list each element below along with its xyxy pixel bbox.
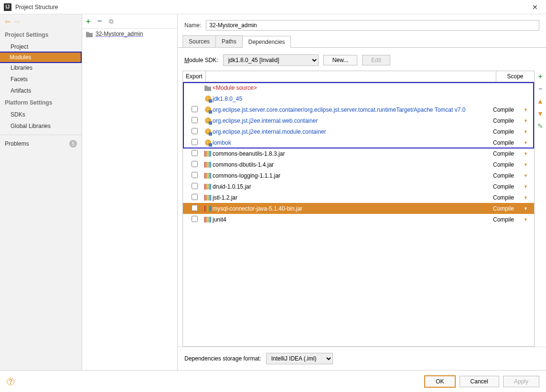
- dependency-row[interactable]: commons-dbutils-1.4.jarCompile▼: [183, 159, 534, 170]
- problems-label: Problems: [5, 140, 29, 147]
- move-up-icon[interactable]: ▲: [537, 97, 544, 105]
- scope-dropdown-icon[interactable]: ▼: [524, 162, 531, 167]
- dependency-row[interactable]: org.eclipse.jst.j2ee.internal.module.con…: [183, 126, 534, 137]
- scope-dropdown-icon[interactable]: ▼: [524, 184, 531, 189]
- export-cell: [186, 216, 203, 223]
- storage-select[interactable]: IntelliJ IDEA (.iml): [266, 353, 333, 364]
- scope-cell[interactable]: Compile: [491, 106, 524, 113]
- scope-dropdown-icon[interactable]: ▼: [524, 129, 531, 134]
- sidebar-item-modules[interactable]: Modules: [0, 52, 82, 63]
- dependency-row[interactable]: mysql-connector-java-5.1.40-bin.jarCompi…: [183, 203, 534, 214]
- export-checkbox[interactable]: [192, 139, 198, 145]
- remove-module-icon[interactable]: −: [97, 16, 102, 26]
- sdk-select[interactable]: jdk1.8.0_45 [Invalid]: [223, 54, 319, 66]
- export-checkbox[interactable]: [192, 161, 198, 167]
- export-checkbox[interactable]: [192, 194, 198, 200]
- sidebar-item-problems[interactable]: Problems 5: [0, 135, 82, 150]
- dependency-row[interactable]: jdk1.8.0_45: [183, 93, 534, 104]
- sidebar-item-project[interactable]: Project: [0, 41, 82, 53]
- scope-cell[interactable]: Compile: [491, 172, 524, 179]
- scope-cell[interactable]: Compile: [491, 150, 524, 157]
- tab-paths[interactable]: Paths: [215, 35, 243, 47]
- scope-dropdown-icon[interactable]: ▼: [524, 140, 531, 145]
- scope-cell[interactable]: Compile: [491, 139, 524, 146]
- export-checkbox[interactable]: [192, 150, 198, 156]
- new-sdk-button[interactable]: New...: [323, 55, 357, 65]
- ok-button[interactable]: OK: [424, 375, 455, 388]
- scope-cell[interactable]: Compile: [491, 216, 524, 223]
- scope-cell[interactable]: Compile: [491, 205, 524, 212]
- name-input[interactable]: [206, 20, 539, 31]
- export-checkbox[interactable]: [192, 183, 198, 189]
- dependency-label: druid-1.0.15.jar: [213, 183, 491, 190]
- scope-cell[interactable]: Compile: [491, 161, 524, 168]
- help-icon[interactable]: ?: [7, 378, 14, 385]
- header-export[interactable]: Export: [183, 71, 206, 82]
- library-globe-icon: [203, 128, 213, 135]
- scope-dropdown-icon[interactable]: ▼: [524, 118, 531, 123]
- scope-dropdown-icon[interactable]: ▼: [524, 195, 531, 200]
- export-cell: [186, 117, 203, 125]
- sidebar-item-artifacts[interactable]: Artifacts: [0, 85, 82, 96]
- sidebar-item-facets[interactable]: Facets: [0, 74, 82, 85]
- scope-dropdown-icon[interactable]: ▼: [524, 206, 531, 211]
- dependency-label: lombok: [213, 139, 491, 146]
- library-globe-icon: [203, 106, 213, 113]
- scope-dropdown-icon[interactable]: ▼: [524, 217, 531, 222]
- forward-icon[interactable]: ⇨: [14, 18, 20, 25]
- sidebar-item-libraries[interactable]: Libraries: [0, 62, 82, 74]
- export-checkbox[interactable]: [192, 117, 198, 123]
- module-item[interactable]: 32-Mystore_admin: [82, 29, 177, 39]
- dependency-row[interactable]: junit4Compile▼: [183, 214, 534, 225]
- export-cell: [186, 128, 203, 136]
- export-cell: [186, 106, 203, 114]
- scope-cell[interactable]: Compile: [491, 117, 524, 124]
- dependency-row[interactable]: commons-logging-1.1.1.jarCompile▼: [183, 170, 534, 181]
- dependency-header: Export Scope: [183, 71, 534, 82]
- export-checkbox[interactable]: [192, 216, 198, 222]
- scope-dropdown-icon[interactable]: ▼: [524, 173, 531, 178]
- scope-dropdown-icon[interactable]: ▼: [524, 107, 531, 112]
- sidebar-item-sdks[interactable]: SDKs: [0, 109, 82, 120]
- scope-dropdown-icon[interactable]: ▼: [524, 151, 531, 156]
- close-icon[interactable]: ✕: [528, 3, 542, 11]
- dependency-label: jdk1.8.0_45: [213, 95, 491, 102]
- dependency-row[interactable]: <Module source>: [183, 82, 534, 93]
- cancel-button[interactable]: Cancel: [460, 376, 499, 387]
- dependency-label: jstl-1.2.jar: [213, 194, 491, 201]
- tab-dependencies[interactable]: Dependencies: [242, 36, 291, 48]
- dependency-row[interactable]: jstl-1.2.jarCompile▼: [183, 192, 534, 203]
- dependency-label: commons-logging-1.1.1.jar: [213, 172, 491, 179]
- tab-sources[interactable]: Sources: [182, 35, 216, 47]
- module-name: 32-Mystore_admin: [96, 31, 143, 37]
- export-checkbox[interactable]: [192, 205, 198, 211]
- export-checkbox[interactable]: [192, 172, 198, 178]
- dependency-row[interactable]: commons-beanutils-1.8.3.jarCompile▼: [183, 148, 534, 159]
- library-globe-icon: [203, 117, 213, 124]
- sdk-row: Module SDK: jdk1.8.0_45 [Invalid] New...…: [178, 48, 546, 71]
- problems-badge: 5: [69, 140, 77, 148]
- dependency-label: junit4: [213, 216, 491, 223]
- export-checkbox[interactable]: [192, 128, 198, 134]
- dependency-row[interactable]: druid-1.0.15.jarCompile▼: [183, 181, 534, 192]
- move-down-icon[interactable]: ▼: [537, 110, 544, 117]
- add-dep-icon[interactable]: +: [538, 73, 542, 80]
- add-module-icon[interactable]: +: [86, 17, 90, 26]
- main-area: ⇦ ⇨ Project Settings Project Modules Lib…: [0, 14, 546, 370]
- dependency-row[interactable]: lombokCompile▼: [183, 137, 534, 148]
- dependency-row[interactable]: org.eclipse.jst.server.core.container/or…: [183, 104, 534, 115]
- back-icon[interactable]: ⇦: [5, 18, 11, 25]
- name-row: Name:: [178, 14, 546, 35]
- scope-cell[interactable]: Compile: [491, 128, 524, 135]
- remove-dep-icon[interactable]: −: [538, 85, 542, 93]
- dependency-row[interactable]: org.eclipse.jst.j2ee.internal.web.contai…: [183, 115, 534, 126]
- header-scope[interactable]: Scope: [496, 71, 534, 82]
- edit-dep-icon[interactable]: ✎: [537, 122, 543, 130]
- apply-button: Apply: [503, 376, 539, 387]
- export-checkbox[interactable]: [192, 106, 198, 112]
- copy-module-icon[interactable]: ⧉: [109, 18, 113, 25]
- scope-cell[interactable]: Compile: [491, 194, 524, 201]
- export-cell: [186, 205, 203, 212]
- scope-cell[interactable]: Compile: [491, 183, 524, 190]
- sidebar-item-global-libraries[interactable]: Global Libraries: [0, 120, 82, 132]
